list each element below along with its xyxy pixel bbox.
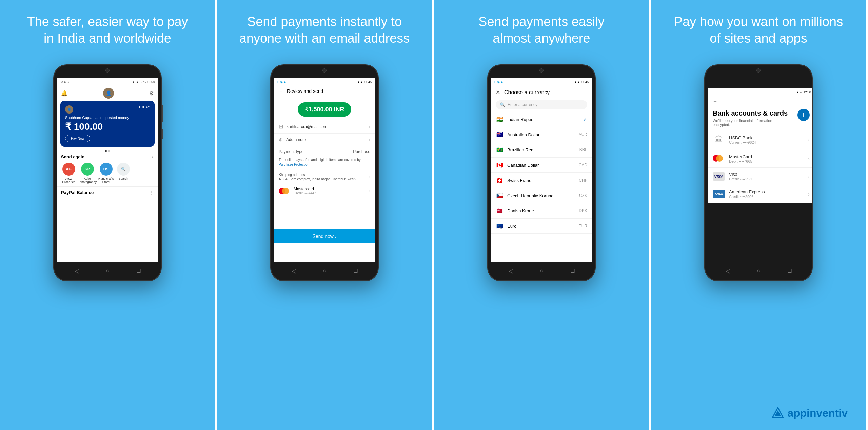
back-icon-1[interactable]: ◁ [75, 267, 79, 275]
visa-num: Credit ••••2930 [729, 177, 804, 181]
dot-1 [105, 150, 107, 152]
phone-1-top [54, 65, 161, 76]
contact-kp[interactable]: KP Koko photography [80, 163, 95, 184]
currency-name-czk: Czech Republic Koruna [507, 193, 576, 198]
account-visa[interactable]: VISA Visa Credit ••••2930 › [708, 168, 813, 185]
shipping-address-row[interactable]: Shipping address A 504, Som complex, Ind… [274, 170, 375, 184]
currency-inr[interactable]: 🇮🇳 Indian Rupee ✓ [491, 112, 592, 127]
purchase-protection-link[interactable]: Purchase Protection [279, 163, 309, 166]
mastercard-num: Debit ••••7665 [729, 159, 804, 163]
currency-brl[interactable]: 🇧🇷 Brazilian Real BRL [491, 142, 592, 158]
card-row[interactable]: Mastercard Credit ••••4447 › [274, 184, 375, 198]
home-icon-3[interactable]: ○ [540, 267, 544, 274]
flag-in: 🇮🇳 [496, 115, 504, 123]
back-icon-3[interactable]: ◁ [509, 267, 513, 275]
contact-hs-avatar: HS [100, 163, 113, 176]
recent-icon-3[interactable]: □ [571, 267, 574, 274]
balance-section: PayPal Balance ⋮ [57, 186, 158, 195]
currency-search[interactable]: 🔍 Enter a currency [496, 100, 587, 109]
settings-icon[interactable]: ⚙ [149, 90, 154, 97]
currency-chf[interactable]: 🇨🇭 Swiss Franc CHF [491, 173, 592, 188]
contact-ag-avatar: AG [62, 163, 75, 176]
amex-name: American Express [729, 189, 804, 194]
status-icons-left: ⚙ ✉ ♦ [60, 80, 69, 84]
panel-3: Send payments easily almost anywhere P ◉… [434, 0, 651, 430]
flag-cz: 🇨🇿 [496, 191, 504, 200]
contact-ag[interactable]: AG AtoZ Groceries [61, 163, 76, 184]
panel-1-title: The safer, easier way to pay in India an… [27, 14, 188, 54]
add-note-row[interactable]: ⊕ Add a note › [274, 134, 375, 146]
back-arrow-4[interactable]: ← [713, 99, 717, 104]
phone-3-top [488, 65, 595, 76]
currency-cad[interactable]: 🇨🇦 Canadian Dollar CAD [491, 158, 592, 173]
p4-nav-row: ← [708, 96, 813, 107]
recent-icon-4[interactable]: □ [788, 267, 791, 274]
recipient-icon: ⊞ [279, 123, 283, 130]
currency-dkk[interactable]: 🇩🇰 Danish Krone DKK [491, 203, 592, 219]
contact-kp-name: Koko photography [80, 177, 95, 184]
currency-code-eur: EUR [579, 224, 587, 228]
phone-4-top [705, 65, 812, 76]
contact-kp-avatar: KP [81, 163, 94, 176]
flag-dk: 🇩🇰 [496, 207, 504, 215]
home-icon-2[interactable]: ○ [323, 267, 327, 274]
panel-4: Pay how you want on millions of sites an… [651, 0, 868, 430]
phone-4: ▲▲ 12:30 ← Bank accounts & cards We'll k… [704, 64, 813, 281]
logo-text: appinventiv [787, 407, 848, 419]
flag-ch: 🇨🇭 [496, 176, 504, 184]
balance-header: PayPal Balance ⋮ [61, 190, 154, 195]
amount-container: ₹1,500.00 INR [274, 102, 375, 117]
phone-1-screen: ⚙ ✉ ♦ ▲ ▲ 38% 10:58 🔔 👤 ⚙ [57, 78, 158, 262]
contact-hs-name: Handicrafts Store [98, 177, 114, 184]
account-hsbc[interactable]: 🏛 HSBC Bank Current ••••9624 › [708, 129, 813, 150]
phone-4-frame: ▲▲ 12:30 ← Bank accounts & cards We'll k… [704, 64, 813, 281]
currency-aud[interactable]: 🇦🇺 Australian Dollar AUD [491, 127, 592, 142]
back-icon-4[interactable]: ◁ [726, 267, 730, 275]
mastercard-chevron: › [808, 156, 810, 162]
mastercard-info: MasterCard Debit ••••7665 [729, 154, 804, 163]
currency-name-inr: Indian Rupee [507, 117, 580, 122]
recipient-row[interactable]: ⊞ kartik.arora@mail.com › [274, 120, 375, 134]
account-mastercard[interactable]: MasterCard Debit ••••7665 › [708, 150, 813, 168]
avatar-1[interactable]: 👤 [103, 88, 114, 99]
accounts-subtitle: We'll keep your financial information en… [713, 119, 810, 127]
flag-eu: 🇪🇺 [496, 222, 504, 230]
recipient-chevron: › [369, 124, 370, 129]
address-chevron: › [369, 174, 370, 180]
close-icon-3[interactable]: ✕ [496, 89, 500, 96]
back-icon-2[interactable]: ◁ [292, 267, 296, 275]
send-amount: ₹1,500.00 INR [298, 102, 351, 117]
phone-1-frame: ⚙ ✉ ♦ ▲ ▲ 38% 10:58 🔔 👤 ⚙ [53, 64, 162, 281]
phone-1: ⚙ ✉ ♦ ▲ ▲ 38% 10:58 🔔 👤 ⚙ [53, 64, 162, 281]
recent-icon-2[interactable]: □ [354, 267, 357, 274]
contact-hs[interactable]: HS Handicrafts Store [98, 163, 114, 184]
visa-icon: VISA [713, 172, 725, 181]
dot-2 [108, 150, 110, 152]
pay-now-button[interactable]: Pay Now [65, 135, 90, 142]
back-arrow-2[interactable]: ← [279, 88, 283, 94]
account-amex[interactable]: AMEX American Express Credit ••••2906 › [708, 185, 813, 203]
camera-icon-3 [539, 68, 544, 73]
home-icon-1[interactable]: ○ [106, 267, 110, 274]
currency-czk[interactable]: 🇨🇿 Czech Republic Koruna CZK [491, 188, 592, 203]
currency-eur[interactable]: 🇪🇺 Euro EUR [491, 219, 592, 234]
p1-header: 🔔 👤 ⚙ [57, 86, 158, 101]
shipping-info: Shipping address A 504, Som complex, Ind… [279, 173, 366, 181]
phone-3: P ◉ ▶ ▲▲ 11:45 ✕ Choose a currency 🔍 Ent… [487, 64, 596, 281]
home-icon-4[interactable]: ○ [757, 267, 761, 274]
add-account-button[interactable]: + [797, 109, 810, 121]
card-number: Credit ••••4447 [294, 191, 366, 195]
flag-au: 🇦🇺 [496, 130, 504, 139]
balance-menu-icon[interactable]: ⋮ [150, 190, 154, 195]
send-again-header: Send again → [61, 154, 154, 159]
phone-2-screen: P ◉ ▶ ▲▲ 11:45 ← Review and send ₹1,500.… [274, 78, 375, 262]
recent-icon-1[interactable]: □ [137, 267, 140, 274]
contact-search[interactable]: 🔍 Search [117, 163, 130, 184]
send-again-label: Send again [61, 154, 84, 159]
phone-4-nav: ◁ ○ □ [705, 262, 812, 280]
contacts-list: AG AtoZ Groceries KP Koko photography HS… [61, 163, 154, 184]
send-now-button[interactable]: Send now › [274, 229, 375, 243]
main-container: The safer, easier way to pay in India an… [0, 0, 868, 430]
logo-footer: appinventiv [771, 406, 848, 420]
search-icon-3: 🔍 [500, 102, 505, 107]
